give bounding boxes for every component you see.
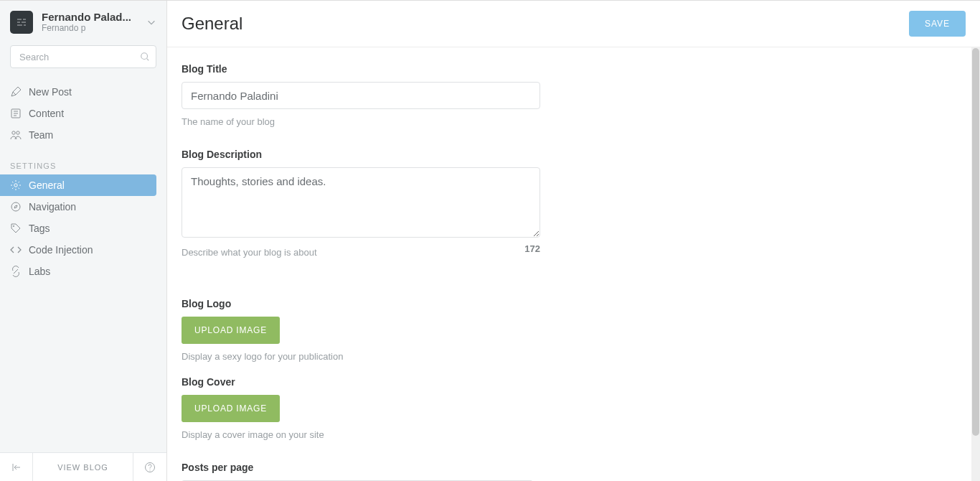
blog-logo-help: Display a sexy logo for your publication	[182, 351, 555, 362]
blog-description-input[interactable]	[182, 167, 540, 238]
collapse-sidebar-button[interactable]	[0, 453, 33, 481]
user-name: Fernando p	[42, 23, 143, 33]
field-blog-cover: Blog Cover UPLOAD IMAGE Display a cover …	[182, 376, 555, 440]
field-blog-description: Blog Description Describe what your blog…	[182, 149, 555, 258]
svg-point-13	[17, 131, 19, 134]
pen-icon	[10, 86, 22, 98]
svg-point-14	[14, 184, 17, 187]
blog-logo-label: Blog Logo	[182, 298, 555, 309]
nav-item-new-post[interactable]: New Post	[0, 81, 166, 103]
blog-title-label: Blog Title	[182, 63, 555, 75]
svg-point-16	[13, 225, 14, 227]
nav-item-team[interactable]: Team	[0, 124, 166, 146]
main-content: General SAVE Blog Title The name of your…	[167, 1, 980, 481]
save-button[interactable]: SAVE	[909, 11, 966, 37]
blog-logo-icon	[10, 11, 33, 34]
blog-name: Fernando Palad...	[42, 11, 143, 24]
search-input[interactable]	[10, 45, 156, 68]
blog-description-label: Blog Description	[182, 149, 555, 160]
nav-item-general[interactable]: General	[0, 174, 156, 196]
field-posts-per-page: Posts per page	[182, 462, 555, 481]
blog-cover-label: Blog Cover	[182, 376, 555, 388]
settings-form: Blog Title The name of your blog Blog De…	[167, 47, 980, 481]
blog-cover-help: Display a cover image on your site	[182, 429, 555, 440]
blog-title-help: The name of your blog	[182, 116, 555, 127]
svg-line-7	[147, 59, 149, 61]
main-header: General SAVE	[167, 1, 980, 47]
svg-line-17	[14, 269, 18, 274]
svg-point-15	[11, 202, 20, 211]
svg-point-6	[141, 53, 148, 60]
help-button[interactable]	[133, 453, 166, 481]
blog-description-help: Describe what your blog is about	[182, 247, 317, 258]
code-icon	[10, 244, 22, 256]
posts-per-page-label: Posts per page	[182, 462, 555, 473]
nav-item-label: Team	[29, 129, 53, 141]
sidebar-footer: VIEW BLOG	[0, 452, 166, 481]
gear-icon	[10, 179, 22, 191]
view-blog-link[interactable]: VIEW BLOG	[33, 453, 133, 481]
tag-icon	[10, 223, 22, 234]
blog-switcher[interactable]: Fernando Palad... Fernando p	[0, 1, 166, 38]
svg-point-20	[149, 470, 150, 470]
nav-main: New Post Content Team SETTINGS General N…	[0, 74, 166, 282]
nav-item-code-injection[interactable]: Code Injection	[0, 239, 166, 261]
nav-item-content[interactable]: Content	[0, 103, 166, 124]
upload-logo-button[interactable]: UPLOAD IMAGE	[182, 317, 280, 344]
svg-point-12	[12, 131, 15, 134]
view-blog-label: VIEW BLOG	[57, 463, 108, 472]
search-icon	[140, 52, 150, 62]
blog-description-count: 172	[524, 243, 540, 254]
nav-section-label: SETTINGS	[0, 146, 166, 174]
nav-item-navigation[interactable]: Navigation	[0, 196, 166, 218]
blog-title-input[interactable]	[182, 82, 540, 109]
nav-item-labs[interactable]: Labs	[0, 261, 166, 282]
nav-item-label: Content	[29, 108, 64, 119]
collapse-icon	[11, 462, 22, 473]
scrollbar-thumb[interactable]	[972, 48, 979, 436]
field-blog-logo: Blog Logo UPLOAD IMAGE Display a sexy lo…	[182, 298, 555, 362]
sidebar: Fernando Palad... Fernando p New Post Co…	[0, 1, 167, 481]
nav-item-label: Code Injection	[29, 244, 93, 256]
nav-item-label: Labs	[29, 266, 50, 277]
nav-item-label: General	[29, 179, 65, 191]
compass-icon	[10, 201, 22, 213]
labs-icon	[10, 266, 22, 277]
upload-cover-button[interactable]: UPLOAD IMAGE	[182, 395, 280, 422]
field-blog-title: Blog Title The name of your blog	[182, 63, 555, 127]
content-icon	[10, 108, 22, 119]
nav-item-label: Tags	[29, 223, 50, 234]
page-title: General	[182, 14, 242, 34]
chevron-down-icon	[146, 17, 156, 27]
search-container	[10, 45, 156, 68]
nav-item-label: New Post	[29, 86, 72, 98]
help-icon	[144, 462, 156, 473]
team-icon	[10, 129, 22, 141]
nav-item-label: Navigation	[29, 201, 76, 213]
nav-item-tags[interactable]: Tags	[0, 218, 166, 239]
